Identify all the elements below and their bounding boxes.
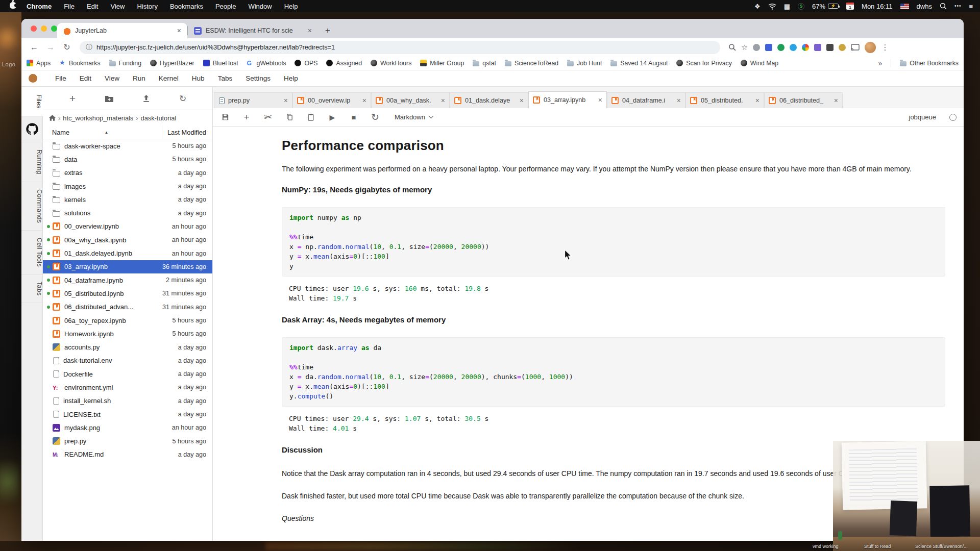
jupyterlab-menu-item[interactable]: Tabs: [211, 74, 239, 82]
extension-icon[interactable]: [790, 44, 797, 51]
bookmarks-overflow-chevron[interactable]: »: [878, 59, 883, 67]
sidebar-tab-running[interactable]: Running: [21, 142, 43, 182]
file-row[interactable]: install_kernel.sh a day ago: [43, 394, 212, 408]
paste-cells-button[interactable]: [306, 112, 316, 122]
file-row[interactable]: README.md a day ago: [43, 448, 212, 461]
extension-icon[interactable]: [826, 44, 834, 51]
github-icon[interactable]: [21, 116, 42, 142]
file-row[interactable]: kernels a day ago: [43, 193, 212, 206]
file-row[interactable]: 04_dataframe.ipynb 2 minutes ago: [43, 273, 212, 287]
tab-close-icon[interactable]: ×: [755, 96, 760, 105]
dropbox-icon[interactable]: ❖: [754, 3, 761, 10]
file-row[interactable]: 00a_why_dask.ipynb an hour ago: [43, 233, 212, 246]
notebook-tab[interactable]: 04_dataframe.i ×: [607, 92, 685, 108]
tab-close-icon[interactable]: ×: [834, 96, 838, 105]
back-button[interactable]: ←: [28, 43, 41, 52]
bookmark[interactable]: WorkHours: [371, 60, 411, 67]
stop-kernel-button[interactable]: ■: [349, 112, 359, 122]
code-cell-numpy[interactable]: import numpy as np %%timex = np.random.n…: [282, 207, 945, 277]
cut-cells-button[interactable]: ✂: [263, 112, 273, 122]
window-minimize-button[interactable]: [41, 26, 47, 32]
bookmark[interactable]: BlueHost: [203, 60, 238, 67]
other-bookmarks[interactable]: Other Bookmarks: [900, 60, 959, 67]
input-language-flag-icon[interactable]: [900, 4, 909, 9]
calendar-icon[interactable]: 1: [846, 3, 854, 10]
jupyterlab-menu-item[interactable]: Run: [126, 74, 152, 82]
bookmark[interactable]: ScienceToRead: [505, 60, 558, 67]
desktop-icon-label[interactable]: Stuff to Read: [864, 544, 891, 549]
bookmark[interactable]: Assigned: [326, 60, 362, 67]
cell-type-dropdown[interactable]: Markdown: [395, 113, 433, 121]
file-row[interactable]: LICENSE.txt a day ago: [43, 408, 212, 421]
file-row[interactable]: dask-tutorial.env a day ago: [43, 354, 212, 367]
bookmark[interactable]: Apps: [27, 60, 51, 67]
menubar-item[interactable]: Edit: [87, 3, 98, 10]
wifi-icon[interactable]: [768, 3, 776, 10]
window-zoom-button[interactable]: [51, 26, 57, 32]
menubar-dots-icon[interactable]: •••: [954, 4, 962, 9]
menubar-item[interactable]: View: [110, 3, 125, 10]
home-icon[interactable]: [49, 115, 56, 121]
spotlight-search-icon[interactable]: [940, 3, 947, 10]
file-row[interactable]: mydask.png an hour ago: [43, 421, 212, 434]
kernel-status-icon[interactable]: [949, 114, 957, 121]
menubar-item[interactable]: People: [215, 3, 236, 10]
copy-cells-button[interactable]: [284, 112, 295, 122]
extension-icon[interactable]: [777, 44, 785, 51]
jupyterlab-menu-item[interactable]: Kernel: [152, 74, 185, 82]
site-info-icon[interactable]: ⓘ: [86, 43, 92, 52]
tab-close-icon[interactable]: ×: [598, 96, 602, 104]
extension-icon[interactable]: [814, 44, 821, 51]
tab-close-icon[interactable]: ×: [307, 27, 313, 35]
breadcrumb-item[interactable]: dask-tutorial: [141, 114, 177, 122]
sidebar-tab-commands[interactable]: Commands: [21, 182, 43, 231]
file-row[interactable]: accounts.py a day ago: [43, 340, 212, 354]
menubar-item[interactable]: Bookmarks: [170, 3, 203, 10]
extension-icon[interactable]: [765, 44, 772, 51]
bookmark-star-icon[interactable]: ☆: [741, 43, 748, 52]
restart-kernel-button[interactable]: ↻: [370, 112, 380, 122]
notebook-tab[interactable]: prep.py ×: [214, 92, 292, 108]
sidebar-tab-files[interactable]: Files: [21, 87, 43, 116]
address-bar[interactable]: ⓘ https://jupyter-jsc.fz-juelich.de/user…: [80, 41, 720, 54]
jupyterlab-menu-item[interactable]: Settings: [239, 74, 277, 82]
bookmark[interactable]: HyperBlazer: [150, 60, 194, 67]
battery-indicator[interactable]: 67% ⚡: [812, 3, 839, 10]
file-row[interactable]: extras a day ago: [43, 166, 212, 180]
sidebar-tab-cell-tools[interactable]: Cell Tools: [21, 231, 43, 274]
notebook-tab[interactable]: 06_distributed_ ×: [764, 92, 843, 108]
window-close-button[interactable]: [31, 26, 37, 32]
file-row[interactable]: Dockerfile a day ago: [43, 367, 212, 381]
refresh-file-list-button[interactable]: ↻: [175, 93, 190, 104]
new-launcher-button[interactable]: +: [65, 92, 80, 105]
forward-button[interactable]: →: [44, 43, 57, 52]
menubar-clock[interactable]: Mon 16:11: [862, 3, 892, 10]
zoom-icon[interactable]: [728, 43, 736, 51]
file-row[interactable]: prep.py 5 hours ago: [43, 435, 212, 448]
menubar-user[interactable]: dwhs: [917, 3, 932, 10]
file-row[interactable]: environment.yml a day ago: [43, 381, 212, 394]
bookmark[interactable]: Job Hunt: [567, 60, 602, 67]
kernel-name[interactable]: jobqueue: [909, 113, 937, 121]
code-cell-dask[interactable]: import dask.array as da %%timex = da.ran…: [282, 337, 945, 407]
breadcrumb-item[interactable]: htc_workshop_materials: [63, 114, 133, 122]
tab-close-icon[interactable]: ×: [284, 96, 288, 105]
extension-icon[interactable]: [753, 44, 760, 51]
desktop-icon-label[interactable]: vmd working: [813, 544, 839, 549]
jupyterlab-menu-item[interactable]: Hub: [185, 74, 211, 82]
jupyterlab-menu-item[interactable]: File: [48, 74, 73, 82]
extension-icon[interactable]: [839, 44, 846, 51]
bookmark[interactable]: Miller Group: [420, 60, 464, 67]
menubar-item[interactable]: File: [64, 3, 75, 10]
file-row[interactable]: Homework.ipynb 5 hours ago: [43, 327, 212, 340]
bookmark[interactable]: Bookmarks: [59, 60, 101, 67]
file-row[interactable]: 00_overview.ipynb an hour ago: [43, 220, 212, 233]
upload-button[interactable]: [138, 94, 154, 103]
notebook-tab[interactable]: 01_dask.delaye ×: [450, 92, 528, 108]
tab-close-icon[interactable]: ×: [441, 96, 445, 105]
extension-icon[interactable]: [802, 44, 809, 51]
jupyterlab-menu-item[interactable]: View: [98, 74, 126, 82]
bookmark[interactable]: Funding: [109, 60, 141, 67]
jupyterlab-menu-item[interactable]: Edit: [73, 74, 98, 82]
menubar-item[interactable]: History: [137, 3, 157, 10]
